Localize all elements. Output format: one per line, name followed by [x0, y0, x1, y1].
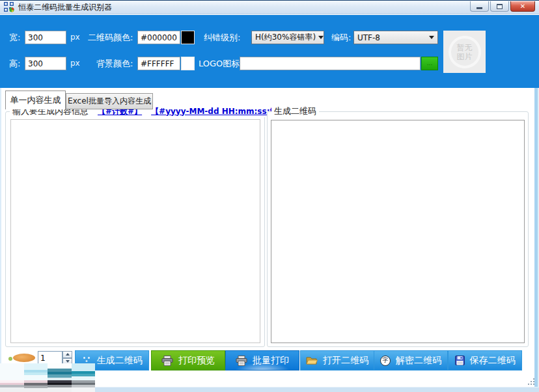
height-unit: px: [70, 57, 80, 70]
thumbnail-4: [72, 363, 96, 392]
chevron-down-icon: [318, 36, 324, 39]
content-input[interactable]: [10, 119, 260, 343]
qr-color-label: 二维码颜色:: [88, 31, 133, 44]
width-label: 宽:: [9, 31, 20, 44]
copies-stepper: [62, 351, 72, 365]
print-preview-button[interactable]: 打印预览: [151, 350, 225, 371]
printer-icon: [236, 356, 247, 366]
app-icon: [4, 2, 14, 12]
qr-color-input[interactable]: [137, 31, 180, 44]
save-qr-label: 保存二维码: [470, 355, 516, 367]
error-level-value: H(约30%容错率): [255, 32, 316, 43]
batch-print-button[interactable]: 批量打印: [225, 350, 299, 371]
decrypt-qr-label: 解密二维码: [396, 355, 441, 367]
error-level-select[interactable]: H(约30%容错率): [251, 31, 324, 44]
bg-color-swatch[interactable]: [181, 57, 195, 70]
logo-path-input[interactable]: [240, 57, 421, 70]
no-image-text: 暂无图片: [456, 43, 473, 61]
copies-dot-icon: [8, 357, 12, 361]
window-left-border: [0, 88, 1, 392]
qr-display-area: [271, 120, 525, 343]
width-unit: px: [70, 31, 80, 44]
open-folder-icon: [306, 356, 318, 365]
thumbnail-strip-overlay: [0, 363, 95, 392]
settings-panel: 宽: px 高: px 二维码颜色: 背景颜色: 纠错级别: H(约30%容错率…: [0, 15, 539, 88]
print-preview-icon: [161, 356, 173, 366]
open-qr-label: 打开二维码: [323, 355, 368, 367]
bg-color-label: 背景颜色:: [96, 57, 133, 70]
output-legend: 生成二维码: [274, 105, 316, 117]
thumbnail-3: [48, 363, 72, 392]
width-input[interactable]: [25, 31, 66, 44]
minimize-icon: [477, 7, 482, 9]
print-preview-label: 打印预览: [178, 355, 215, 367]
copies-icon: [13, 354, 35, 362]
arrow-down-icon: [66, 360, 70, 363]
resize-grip[interactable]: [527, 378, 535, 385]
logo-label: LOGO图标:: [199, 57, 243, 70]
height-input[interactable]: [25, 57, 66, 70]
error-level-label: 纠错级别:: [204, 31, 240, 44]
thumbnail-2: [24, 363, 48, 392]
minimize-button[interactable]: [470, 1, 489, 12]
encoding-value: UTF-8: [357, 33, 380, 42]
generate-qr-label: 生成二维码: [97, 355, 143, 367]
logo-preview: 暂无图片: [443, 31, 486, 73]
save-qr-button[interactable]: 保存二维码: [448, 350, 522, 371]
titlebar: 恒泰二维码批量生成识别器 ✕: [0, 0, 539, 14]
decrypt-glyph: 字: [383, 356, 389, 365]
logo-browse-button[interactable]: ...: [421, 57, 438, 70]
encoding-select[interactable]: UTF-8: [353, 31, 438, 44]
tab-excel-import[interactable]: Excel批量导入内容生成: [66, 93, 153, 109]
height-label: 高:: [9, 57, 20, 70]
decrypt-icon: 字: [380, 356, 391, 366]
open-qr-button[interactable]: 打开二维码: [300, 350, 374, 371]
window-title: 恒泰二维码批量生成识别器: [18, 2, 112, 13]
chevron-down-icon: [429, 36, 434, 39]
thumbnail-1: [0, 363, 24, 392]
spinner-up-button[interactable]: [62, 351, 72, 358]
maximize-icon: [497, 4, 503, 9]
close-icon: ✕: [520, 3, 525, 10]
qr-color-swatch[interactable]: [181, 31, 195, 44]
maximize-button[interactable]: [490, 1, 509, 12]
bg-color-input[interactable]: [137, 57, 180, 70]
app-window: 恒泰二维码批量生成识别器 ✕ 宽: px 高: px 二维码颜色: 背景颜色: …: [0, 0, 539, 392]
close-button[interactable]: ✕: [510, 1, 535, 12]
encoding-label: 编码:: [331, 31, 351, 44]
copies-input[interactable]: [38, 351, 62, 365]
decrypt-qr-button[interactable]: 字 解密二维码: [374, 350, 448, 371]
save-icon: [455, 356, 465, 365]
tab-single-content[interactable]: 单一内容生成: [5, 91, 66, 109]
batch-print-label: 批量打印: [253, 355, 289, 367]
arrow-up-icon: [66, 353, 70, 356]
no-image-circle: 暂无图片: [449, 36, 481, 68]
